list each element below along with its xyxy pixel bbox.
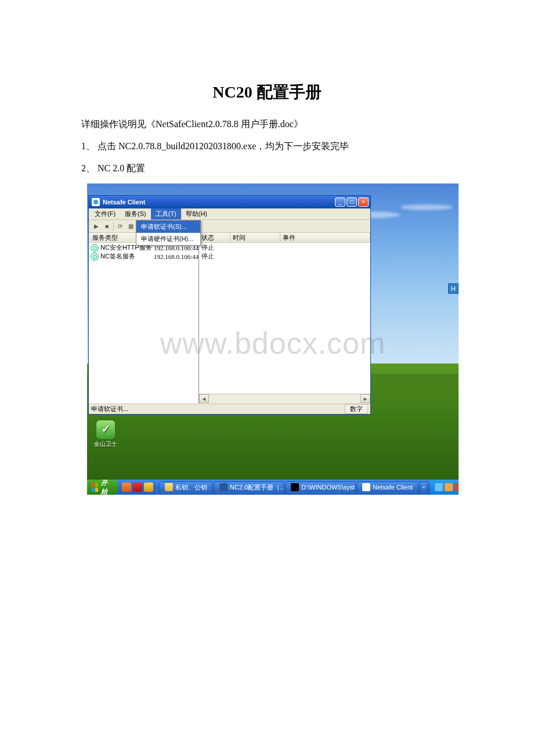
taskbar-button[interactable]: NC2.0配置手册（... — [214, 481, 284, 493]
titlebar[interactable]: Netsafe Client _ □ × — [89, 196, 370, 208]
status-cell: 停止 — [199, 252, 230, 261]
quick-launch-icon[interactable] — [144, 483, 153, 492]
taskbar-button-label: 私钥、公钥 — [175, 483, 207, 492]
menu-help[interactable]: 帮助(H) — [181, 208, 212, 219]
taskbar-button-label: Netsafe Client — [373, 484, 413, 491]
taskbar-button-label: NC2.0配置手册（... — [230, 483, 284, 492]
quick-launch-icon[interactable] — [133, 483, 142, 492]
status-row[interactable]: 停止 — [199, 243, 370, 252]
service-row[interactable]: NC签名服务 192.168.0.106:446 — [89, 252, 199, 261]
tray-icon[interactable] — [435, 483, 443, 491]
tray-icon[interactable] — [454, 483, 459, 491]
app-window: Netsafe Client _ □ × 文件(F) 服务(S) 工具(T) 帮… — [88, 195, 371, 415]
taskbar-button[interactable]: D:\WINDOWS\syst... — [286, 481, 355, 493]
taskbar-button[interactable]: Netsafe Client — [357, 481, 418, 493]
doc-line-intro: 详细操作说明见《NetSafeClient2.0.78.8 用户手册.doc》 — [81, 117, 453, 131]
scroll-track[interactable] — [209, 394, 360, 404]
folder-icon — [165, 483, 173, 491]
dropdown-apply-hard-cert[interactable]: 申请硬件证书(H)... — [136, 233, 200, 245]
kingsoft-icon — [96, 420, 115, 439]
start-button[interactable]: 开始 — [87, 480, 118, 495]
menu-tool[interactable]: 工具(T) — [151, 208, 181, 219]
word-icon — [219, 483, 228, 491]
tool-dropdown: 申请软证书(S)... 申请硬件证书(H)... — [136, 220, 201, 246]
status-cell: 停止 — [199, 243, 230, 252]
statusbar-numeric: 数字 — [345, 404, 368, 414]
right-col-event[interactable]: 事件 — [280, 233, 370, 242]
start-label: 开始 — [101, 478, 110, 495]
scroll-left-icon[interactable]: ◄ — [199, 394, 209, 403]
doc-title: NC20 配置手册 — [81, 81, 453, 103]
taskbar-button-label: D:\WINDOWS\syst... — [301, 484, 355, 491]
taskbar: 开始 私钥、公钥 NC2.0配置手册（... D:\WINDOWS\sys — [87, 480, 459, 495]
service-name: NC签名服务 — [100, 252, 154, 261]
service-icon — [91, 253, 99, 261]
tray-icon[interactable] — [445, 483, 453, 491]
taskbar-button[interactable]: 私钥、公钥 — [160, 481, 212, 493]
horizontal-scrollbar[interactable]: ◄ ► — [199, 394, 370, 404]
toolbar-stop-icon[interactable]: ■ — [103, 222, 111, 231]
doc-step-1: 1、 点击 NC2.0.78.8_build201202031800.exe，均… — [81, 139, 453, 153]
menubar: 文件(F) 服务(S) 工具(T) 帮助(H) — [89, 208, 370, 220]
toolbar-page-icon[interactable]: ▦ — [127, 222, 135, 231]
desktop-shortcut-kingsoft[interactable]: 金山卫士 — [92, 420, 120, 448]
doc-step-2: 2、 NC 2.0 配置 — [81, 161, 453, 175]
right-col-time[interactable]: 时间 — [230, 233, 280, 242]
side-gadget[interactable]: H — [448, 283, 459, 294]
quick-launch — [118, 480, 157, 495]
embedded-screenshot: H Netsafe Client _ □ × — [87, 183, 459, 495]
left-pane: 服务类型 NC安全HTTP服务 192.168.0.106:446 NC签名服务… — [89, 233, 199, 404]
app-icon — [362, 483, 370, 491]
taskbar-collapse-icon[interactable]: « — [420, 481, 428, 493]
system-tray: 17:15 — [430, 480, 459, 495]
minimize-button[interactable]: _ — [335, 197, 345, 207]
taskbar-buttons: 私钥、公钥 NC2.0配置手册（... D:\WINDOWS\syst... N… — [157, 480, 430, 495]
menu-service[interactable]: 服务(S) — [120, 208, 151, 219]
menu-file[interactable]: 文件(F) — [90, 208, 120, 219]
service-icon — [91, 244, 99, 252]
service-addr: 192.168.0.106:446 — [154, 253, 199, 260]
windows-logo-icon — [92, 483, 98, 492]
right-pane: 状态 时间 事件 停止 停止 ◄ — [199, 233, 370, 404]
dropdown-apply-soft-cert[interactable]: 申请软证书(S)... — [136, 221, 200, 233]
statusbar: 申请软证书... 数字 — [89, 404, 370, 414]
window-title: Netsafe Client — [103, 199, 145, 206]
right-col-status[interactable]: 状态 — [199, 233, 230, 242]
svg-point-0 — [93, 200, 98, 204]
quick-launch-icon[interactable] — [122, 483, 131, 492]
close-button[interactable]: × — [358, 197, 369, 207]
scroll-right-icon[interactable]: ► — [360, 394, 370, 403]
toolbar: ▶ ■ ⟳ ▦ — [89, 220, 370, 233]
content-panes: 服务类型 NC安全HTTP服务 192.168.0.106:446 NC签名服务… — [89, 233, 370, 404]
app-icon — [92, 198, 100, 206]
status-row[interactable]: 停止 — [199, 252, 370, 261]
toolbar-refresh-icon[interactable]: ⟳ — [116, 222, 124, 231]
maximize-button[interactable]: □ — [347, 197, 357, 207]
cmd-icon — [291, 483, 299, 491]
desktop-shortcut-label: 金山卫士 — [92, 440, 120, 448]
toolbar-play-icon[interactable]: ▶ — [92, 222, 100, 231]
statusbar-left-text: 申请软证书... — [91, 405, 128, 413]
